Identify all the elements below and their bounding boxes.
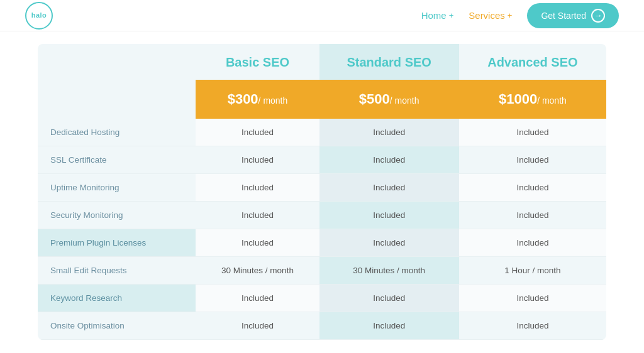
pricing-table: Basic SEO Standard SEO Advanced SEO $300… bbox=[38, 44, 606, 340]
standard-seo-header: Standard SEO bbox=[319, 44, 459, 80]
logo: halo bbox=[25, 2, 53, 30]
navbar: halo Home + Services + Get Started → bbox=[0, 0, 644, 31]
nav-home-link[interactable]: Home + bbox=[421, 10, 454, 21]
advanced-price-amount: $1000 bbox=[499, 91, 537, 107]
nav-services-label: Services bbox=[469, 10, 505, 21]
feature-label: Security Monitoring bbox=[38, 202, 196, 229]
nav-home-plus: + bbox=[449, 11, 454, 20]
basic-price-cell: $300/ month bbox=[196, 80, 319, 119]
advanced-value: Included bbox=[459, 285, 606, 312]
get-started-label: Get Started bbox=[541, 11, 586, 21]
basic-price-per: / month bbox=[258, 95, 288, 106]
basic-value: Included bbox=[196, 146, 319, 174]
standard-value: Included bbox=[319, 312, 459, 340]
table-row: Keyword ResearchIncludedIncludedIncluded bbox=[38, 285, 606, 312]
standard-value: Included bbox=[319, 119, 459, 146]
standard-price-per: / month bbox=[390, 95, 419, 106]
advanced-value: Included bbox=[459, 119, 606, 146]
nav-links: Home + Services + Get Started → bbox=[421, 3, 619, 28]
table-row: Onsite OptimisationIncludedIncludedInclu… bbox=[38, 312, 606, 340]
table-row: Premium Plugin LicensesIncludedIncludedI… bbox=[38, 229, 606, 257]
feature-label: Uptime Monitoring bbox=[38, 174, 196, 202]
pricing-rows: Dedicated HostingIncludedIncludedInclude… bbox=[38, 119, 606, 340]
feature-header bbox=[38, 44, 196, 80]
standard-price-amount: $500 bbox=[359, 91, 390, 107]
basic-value: Included bbox=[196, 119, 319, 146]
basic-seo-header: Basic SEO bbox=[196, 44, 319, 80]
basic-price-amount: $300 bbox=[228, 91, 258, 107]
table-row: Small Edit Requests30 Minutes / month30 … bbox=[38, 257, 606, 285]
basic-value: Included bbox=[196, 312, 319, 340]
get-started-arrow-icon: → bbox=[591, 9, 605, 23]
standard-value: Included bbox=[319, 229, 459, 257]
basic-value: 30 Minutes / month bbox=[196, 257, 319, 285]
table-row: Dedicated HostingIncludedIncludedInclude… bbox=[38, 119, 606, 146]
feature-label: SSL Certificate bbox=[38, 146, 196, 174]
advanced-seo-header: Advanced SEO bbox=[459, 44, 606, 80]
feature-label: Keyword Research bbox=[38, 285, 196, 312]
standard-value: Included bbox=[319, 146, 459, 174]
standard-value: Included bbox=[319, 174, 459, 202]
table-row: SSL CertificateIncludedIncludedIncluded bbox=[38, 146, 606, 174]
advanced-value: Included bbox=[459, 312, 606, 340]
feature-label: Premium Plugin Licenses bbox=[38, 229, 196, 257]
price-label-cell bbox=[38, 80, 196, 119]
nav-services-link[interactable]: Services + bbox=[469, 10, 512, 21]
standard-value: Included bbox=[319, 202, 459, 229]
advanced-value: Included bbox=[459, 174, 606, 202]
feature-label: Onsite Optimisation bbox=[38, 312, 196, 340]
feature-label: Dedicated Hosting bbox=[38, 119, 196, 146]
advanced-value: Included bbox=[459, 202, 606, 229]
table-row: Uptime MonitoringIncludedIncludedInclude… bbox=[38, 174, 606, 202]
pricing-table-container: Basic SEO Standard SEO Advanced SEO $300… bbox=[0, 31, 644, 352]
standard-price-cell: $500/ month bbox=[319, 80, 459, 119]
basic-value: Included bbox=[196, 229, 319, 257]
basic-value: Included bbox=[196, 202, 319, 229]
table-row: Security MonitoringIncludedIncludedInclu… bbox=[38, 202, 606, 229]
advanced-value: Included bbox=[459, 146, 606, 174]
basic-value: Included bbox=[196, 174, 319, 202]
advanced-price-cell: $1000/ month bbox=[459, 80, 606, 119]
advanced-price-per: / month bbox=[537, 95, 567, 106]
standard-value: Included bbox=[319, 285, 459, 312]
table-header-row: Basic SEO Standard SEO Advanced SEO bbox=[38, 44, 606, 80]
get-started-button[interactable]: Get Started → bbox=[527, 3, 619, 28]
nav-home-label: Home bbox=[421, 10, 447, 21]
feature-label: Small Edit Requests bbox=[38, 257, 196, 285]
nav-services-plus: + bbox=[508, 11, 513, 20]
advanced-value: 1 Hour / month bbox=[459, 257, 606, 285]
logo-icon: halo bbox=[25, 2, 53, 30]
basic-value: Included bbox=[196, 285, 319, 312]
advanced-value: Included bbox=[459, 229, 606, 257]
standard-value: 30 Minutes / month bbox=[319, 257, 459, 285]
price-row: $300/ month $500/ month $1000/ month bbox=[38, 80, 606, 119]
